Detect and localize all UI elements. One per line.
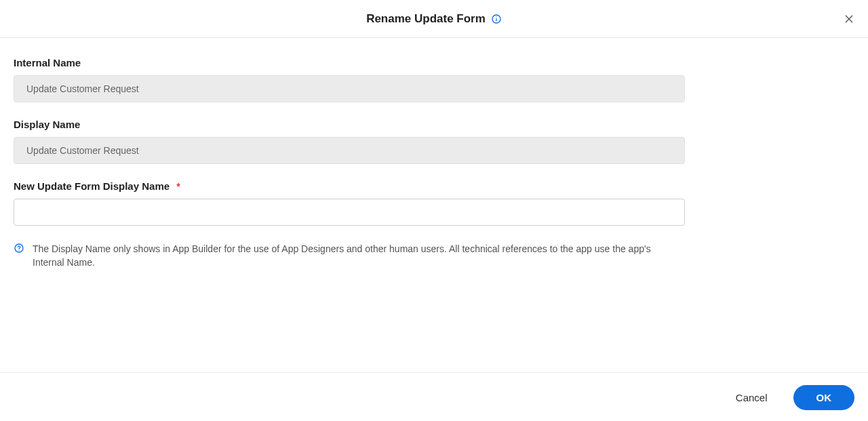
field-new-display-name: New Update Form Display Name * xyxy=(14,180,685,226)
field-display-name: Display Name Update Customer Request xyxy=(14,119,685,164)
new-display-name-label: New Update Form Display Name * xyxy=(14,180,685,192)
dialog-footer: Cancel OK xyxy=(0,372,868,421)
dialog-title-wrap: Rename Update Form xyxy=(366,12,502,26)
dialog-title: Rename Update Form xyxy=(366,12,486,26)
required-indicator: * xyxy=(176,181,180,192)
info-icon[interactable] xyxy=(491,14,502,24)
dialog-header: Rename Update Form xyxy=(0,0,868,38)
new-display-name-label-text: New Update Form Display Name xyxy=(14,180,170,192)
help-icon xyxy=(14,243,24,254)
ok-button[interactable]: OK xyxy=(793,385,855,410)
field-internal-name: Internal Name Update Customer Request xyxy=(14,57,685,102)
internal-name-value: Update Customer Request xyxy=(14,75,685,102)
svg-point-6 xyxy=(18,250,19,251)
help-row: The Display Name only shows in App Build… xyxy=(14,242,685,270)
dialog-content: Internal Name Update Customer Request Di… xyxy=(0,38,868,372)
cancel-button[interactable]: Cancel xyxy=(729,386,774,409)
help-text: The Display Name only shows in App Build… xyxy=(33,242,685,270)
display-name-label: Display Name xyxy=(14,119,685,130)
internal-name-label: Internal Name xyxy=(14,57,685,68)
new-display-name-input[interactable] xyxy=(14,199,685,226)
svg-point-2 xyxy=(496,16,496,17)
display-name-value: Update Customer Request xyxy=(14,137,685,164)
close-icon[interactable] xyxy=(840,9,859,28)
